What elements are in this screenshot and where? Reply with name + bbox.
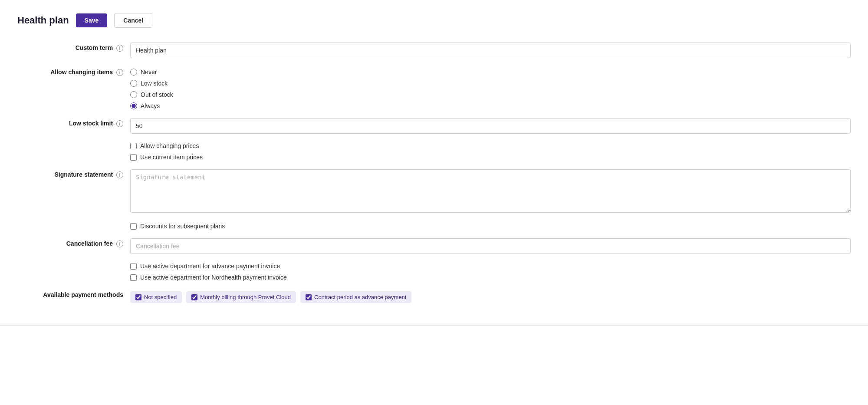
signature-statement-row: Signature statement i bbox=[17, 165, 851, 218]
allow-changing-items-field: Never Low stock Out of stock Always bbox=[130, 63, 851, 114]
cancel-button[interactable]: Cancel bbox=[114, 13, 152, 28]
advance-payment-invoice-checkbox-label[interactable]: Use active department for advance paymen… bbox=[130, 263, 851, 270]
low-stock-limit-label: Low stock limit i bbox=[17, 114, 130, 138]
custom-term-info-icon[interactable]: i bbox=[116, 45, 123, 52]
allow-changing-items-info-icon[interactable]: i bbox=[116, 69, 123, 76]
radio-never[interactable]: Never bbox=[130, 69, 851, 76]
advance-payment-invoice-checkbox[interactable] bbox=[130, 263, 137, 270]
payment-methods-row: Available payment methods Not specified … bbox=[17, 285, 851, 307]
price-checkboxes-field: Allow changing prices Use current item p… bbox=[130, 138, 851, 165]
payment-methods-field: Not specified Monthly billing through Pr… bbox=[130, 285, 851, 307]
radio-never-input[interactable] bbox=[130, 69, 137, 76]
cancellation-fee-row: Cancellation fee i bbox=[17, 234, 851, 258]
department-checkboxes-field: Use active department for advance paymen… bbox=[130, 258, 851, 285]
use-current-item-prices-text: Use current item prices bbox=[140, 154, 203, 161]
radio-always-input[interactable] bbox=[130, 102, 137, 109]
payment-method-contract-period-checkbox[interactable] bbox=[306, 294, 312, 300]
payment-method-not-specified-checkbox[interactable] bbox=[135, 294, 141, 300]
page-title: Health plan bbox=[17, 15, 69, 26]
allow-changing-items-radio-group: Never Low stock Out of stock Always bbox=[130, 67, 851, 109]
header-row: Health plan Save Cancel bbox=[17, 13, 851, 28]
radio-out-of-stock-input[interactable] bbox=[130, 91, 137, 98]
allow-changing-items-label: Allow changing items i bbox=[17, 63, 130, 114]
payment-method-contract-period[interactable]: Contract period as advance payment bbox=[300, 291, 411, 303]
discounts-label-empty bbox=[17, 218, 130, 234]
use-current-item-prices-checkbox-label[interactable]: Use current item prices bbox=[130, 154, 851, 161]
radio-low-stock[interactable]: Low stock bbox=[130, 80, 851, 87]
price-checkboxes-label-empty bbox=[17, 138, 130, 165]
radio-low-stock-label: Low stock bbox=[141, 80, 168, 87]
custom-term-label: Custom term i bbox=[17, 38, 130, 63]
cancellation-fee-info-icon[interactable]: i bbox=[116, 240, 123, 247]
payment-methods-label: Available payment methods bbox=[17, 285, 130, 307]
signature-statement-textarea[interactable] bbox=[130, 169, 851, 213]
signature-statement-info-icon[interactable]: i bbox=[116, 171, 123, 178]
price-checkboxes-row: Allow changing prices Use current item p… bbox=[17, 138, 851, 165]
radio-always-label: Always bbox=[141, 102, 160, 109]
payment-method-monthly-billing-checkbox[interactable] bbox=[191, 294, 197, 300]
low-stock-limit-info-icon[interactable]: i bbox=[116, 120, 123, 127]
payment-method-not-specified-label: Not specified bbox=[144, 294, 177, 300]
low-stock-limit-input[interactable] bbox=[130, 118, 851, 134]
custom-term-row: Custom term i bbox=[17, 38, 851, 63]
payment-method-contract-period-label: Contract period as advance payment bbox=[314, 294, 406, 300]
page-container: Health plan Save Cancel Custom term i Al… bbox=[0, 0, 868, 405]
use-current-item-prices-checkbox[interactable] bbox=[130, 154, 137, 161]
department-checkboxes-row: Use active department for advance paymen… bbox=[17, 258, 851, 285]
nordhealth-payment-invoice-text: Use active department for Nordhealth pay… bbox=[140, 274, 287, 281]
cancellation-fee-field bbox=[130, 234, 851, 258]
custom-term-input[interactable] bbox=[130, 43, 851, 58]
discounts-subsequent-plans-checkbox-label[interactable]: Discounts for subsequent plans bbox=[130, 223, 851, 230]
bottom-section bbox=[0, 326, 868, 405]
discounts-field: Discounts for subsequent plans bbox=[130, 218, 851, 234]
nordhealth-payment-invoice-checkbox-label[interactable]: Use active department for Nordhealth pay… bbox=[130, 274, 851, 281]
allow-changing-prices-checkbox[interactable] bbox=[130, 143, 137, 149]
low-stock-limit-row: Low stock limit i bbox=[17, 114, 851, 138]
cancellation-fee-input[interactable] bbox=[130, 238, 851, 254]
radio-never-label: Never bbox=[141, 69, 157, 76]
allow-changing-items-row: Allow changing items i Never Low stock bbox=[17, 63, 851, 114]
signature-statement-field bbox=[130, 165, 851, 218]
save-button[interactable]: Save bbox=[76, 13, 108, 27]
custom-term-field bbox=[130, 38, 851, 63]
radio-out-of-stock-label: Out of stock bbox=[141, 91, 173, 98]
discounts-row: Discounts for subsequent plans bbox=[17, 218, 851, 234]
payment-methods-chips: Not specified Monthly billing through Pr… bbox=[130, 290, 851, 303]
advance-payment-invoice-text: Use active department for advance paymen… bbox=[140, 263, 280, 270]
form-card: Health plan Save Cancel Custom term i Al… bbox=[0, 0, 868, 325]
payment-method-not-specified[interactable]: Not specified bbox=[130, 291, 182, 303]
nordhealth-payment-invoice-checkbox[interactable] bbox=[130, 274, 137, 281]
cancellation-fee-label: Cancellation fee i bbox=[17, 234, 130, 258]
form-table: Custom term i Allow changing items i bbox=[17, 38, 851, 307]
low-stock-limit-field bbox=[130, 114, 851, 138]
signature-statement-label: Signature statement i bbox=[17, 165, 130, 218]
payment-method-monthly-billing-label: Monthly billing through Provet Cloud bbox=[200, 294, 291, 300]
payment-method-monthly-billing[interactable]: Monthly billing through Provet Cloud bbox=[186, 291, 296, 303]
discounts-subsequent-plans-checkbox[interactable] bbox=[130, 223, 137, 230]
discounts-subsequent-plans-text: Discounts for subsequent plans bbox=[140, 223, 225, 230]
allow-changing-prices-text: Allow changing prices bbox=[140, 142, 199, 149]
radio-out-of-stock[interactable]: Out of stock bbox=[130, 91, 851, 98]
radio-always[interactable]: Always bbox=[130, 102, 851, 109]
allow-changing-prices-checkbox-label[interactable]: Allow changing prices bbox=[130, 142, 851, 149]
radio-low-stock-input[interactable] bbox=[130, 80, 137, 87]
department-checkboxes-label-empty bbox=[17, 258, 130, 285]
